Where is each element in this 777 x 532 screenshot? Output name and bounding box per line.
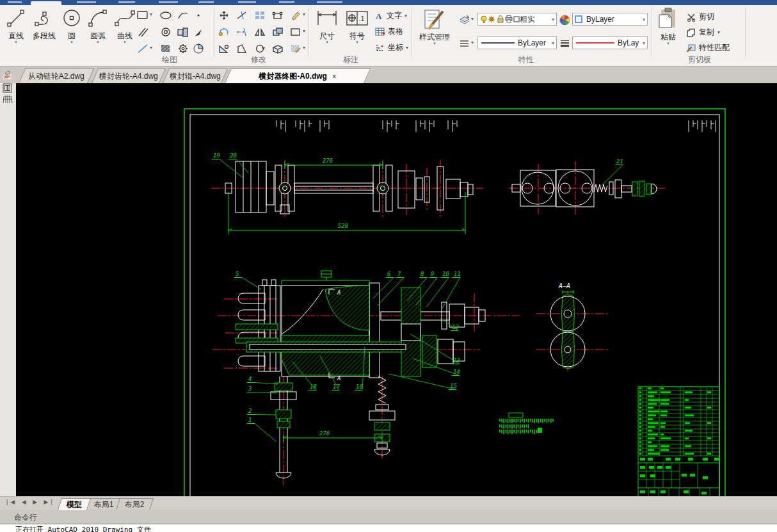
erase-dropdown[interactable]: ▾ bbox=[303, 12, 305, 17]
balloon-label: 16 bbox=[356, 383, 363, 390]
drawing-canvas[interactable]: 276 520 bbox=[16, 83, 777, 496]
match-properties-button[interactable]: 特性匹配 bbox=[686, 42, 730, 53]
balloon-label: 10 bbox=[442, 271, 449, 277]
hatch-edit-icon[interactable] bbox=[289, 42, 302, 55]
sheet-frame bbox=[184, 109, 725, 496]
trim-icon[interactable] bbox=[236, 9, 248, 22]
array-icon[interactable] bbox=[253, 9, 266, 22]
circle-button[interactable]: 圆▾ bbox=[60, 7, 83, 44]
sheet-set-icon[interactable] bbox=[2, 83, 13, 93]
annotate-panel-label: 标注 bbox=[343, 54, 358, 65]
stretch-icon[interactable] bbox=[271, 9, 284, 22]
style-manager-button[interactable]: 样式管理▾ bbox=[413, 7, 456, 45]
dim-276-bottom: 276 bbox=[319, 430, 330, 437]
markup-tool-icon[interactable] bbox=[2, 70, 13, 80]
hatch-icon[interactable] bbox=[159, 42, 172, 55]
spline-button[interactable]: 曲线▾ bbox=[113, 7, 137, 44]
lineweight-icon[interactable] bbox=[558, 37, 571, 50]
tab-nav-arrows[interactable]: |◀ ◀ ▶ ▶| bbox=[6, 499, 55, 505]
section-mark-top: A bbox=[337, 289, 340, 296]
double-line-icon[interactable] bbox=[136, 26, 149, 38]
pick-arrow-icon[interactable] bbox=[192, 26, 205, 38]
extend-icon[interactable] bbox=[236, 26, 248, 38]
svg-text:.1: .1 bbox=[359, 15, 365, 22]
color-combo[interactable]: ByLayer ▾ bbox=[572, 13, 648, 26]
paste-button[interactable]: 粘贴▾ bbox=[654, 7, 682, 45]
ribbon-tab-remnant[interactable] bbox=[8, 1, 22, 3]
section-a-a-view: A—A bbox=[536, 282, 609, 371]
section-title: A—A bbox=[558, 282, 570, 289]
scale-icon[interactable] bbox=[218, 42, 230, 55]
box-3d-icon[interactable] bbox=[271, 42, 284, 55]
rectangle-mod-dropdown[interactable]: ▾ bbox=[303, 28, 305, 34]
linetype-combo[interactable]: ByLayer ▾ bbox=[477, 36, 557, 49]
color-wheel-icon[interactable] bbox=[558, 13, 571, 26]
list-icon[interactable] bbox=[458, 37, 471, 50]
copy-button[interactable]: 复制▾ bbox=[686, 27, 720, 38]
ribbon-tab-remnant[interactable] bbox=[77, 1, 96, 3]
balloon-label: 2 bbox=[248, 408, 252, 414]
balloon-label: 8 bbox=[421, 271, 424, 277]
ribbon-tab-remnant[interactable] bbox=[198, 1, 214, 3]
erase-icon[interactable] bbox=[289, 9, 302, 22]
doc-tab[interactable]: 横封齿轮-A4.dwg bbox=[92, 69, 166, 83]
text-button[interactable]: A 文字▾ bbox=[375, 10, 407, 21]
layout2-tab[interactable]: 布局2 bbox=[116, 498, 154, 510]
construction-line-dropdown[interactable]: ▾ bbox=[150, 45, 152, 51]
balloon-label: 1 bbox=[248, 417, 252, 423]
layer-states-dropdown[interactable]: ▾ bbox=[471, 16, 474, 22]
move-icon[interactable] bbox=[218, 9, 230, 22]
arc-button[interactable]: 圆弧▾ bbox=[84, 7, 111, 44]
doc-tab[interactable]: 从动链轮A2.dwg bbox=[19, 69, 94, 83]
layer-freeze-icon bbox=[488, 16, 495, 23]
cut-button[interactable]: 剪切 bbox=[686, 12, 714, 22]
sheet-header-marks bbox=[276, 120, 716, 132]
ribbon-tab-remnant[interactable] bbox=[118, 1, 135, 3]
gear-icon[interactable] bbox=[177, 42, 189, 55]
line-button[interactable]: 直线▾ bbox=[3, 7, 29, 44]
grid-palette-icon[interactable] bbox=[2, 94, 13, 104]
balloon-label: 5 bbox=[236, 271, 239, 277]
region-icon[interactable] bbox=[159, 26, 172, 38]
autocad-window: { "ribbon": { "draw": {"label":"绘图","but… bbox=[0, 0, 777, 532]
hatch-edit-dropdown[interactable]: ▾ bbox=[303, 45, 305, 51]
list-dropdown[interactable]: ▾ bbox=[471, 40, 474, 45]
lineweight-combo[interactable]: ByLay ▾ bbox=[572, 36, 648, 49]
rectangle-dropdown[interactable]: ▾ bbox=[150, 12, 152, 17]
section-mark-bottom: A bbox=[337, 375, 340, 382]
model-tab[interactable]: 模型 bbox=[58, 498, 91, 510]
rectangle-icon[interactable] bbox=[136, 9, 149, 22]
point-icon[interactable] bbox=[192, 9, 205, 22]
boundary-icon[interactable] bbox=[192, 42, 205, 55]
layer-states-icon[interactable] bbox=[458, 13, 471, 26]
overlap-icon[interactable] bbox=[271, 26, 284, 38]
command-line-bar[interactable]: 命令行 bbox=[0, 510, 777, 524]
balloon-label: 7 bbox=[397, 271, 401, 277]
ribbon-tab-remnant[interactable] bbox=[279, 1, 294, 3]
symbol-button[interactable]: .1 符号▾ bbox=[343, 7, 371, 44]
close-tab-icon[interactable]: × bbox=[332, 72, 336, 80]
arc-tool-icon[interactable] bbox=[177, 9, 189, 22]
mirror-icon[interactable] bbox=[253, 26, 266, 38]
block-icon[interactable] bbox=[177, 26, 189, 38]
command-history[interactable]: 正在打开 AutoCAD 2010 Drawing 文件 bbox=[0, 524, 777, 532]
rectangle-mod-icon[interactable] bbox=[289, 26, 302, 38]
dimension-button[interactable]: 尺寸▾ bbox=[312, 7, 342, 44]
ribbon-tab-remnant[interactable] bbox=[317, 1, 342, 3]
construction-line-icon[interactable] bbox=[136, 42, 149, 55]
rotate-cw-icon[interactable] bbox=[253, 42, 266, 55]
ribbon-tab-remnant[interactable] bbox=[159, 1, 178, 3]
table-button[interactable]: 表格 bbox=[375, 26, 403, 37]
doc-tab[interactable]: 横封辊-A4.dwg bbox=[163, 69, 228, 83]
balloon-label: 20 bbox=[230, 152, 237, 159]
coordinate-button[interactable]: 坐标▾ bbox=[375, 42, 408, 53]
polyline-button[interactable]: 多段线 bbox=[29, 7, 59, 40]
balloon-label: 11 bbox=[454, 271, 461, 277]
left-tool-strip bbox=[0, 83, 17, 496]
ribbon-tab-remnant[interactable] bbox=[238, 1, 256, 3]
layer-combo[interactable]: 粗实 ▾ bbox=[477, 13, 557, 26]
ellipse-icon[interactable] bbox=[159, 9, 172, 22]
doc-tab-active[interactable]: 横封器终图-A0.dwg× bbox=[225, 69, 371, 83]
chamfer-icon[interactable] bbox=[236, 42, 248, 55]
rotate-icon[interactable] bbox=[218, 26, 230, 38]
